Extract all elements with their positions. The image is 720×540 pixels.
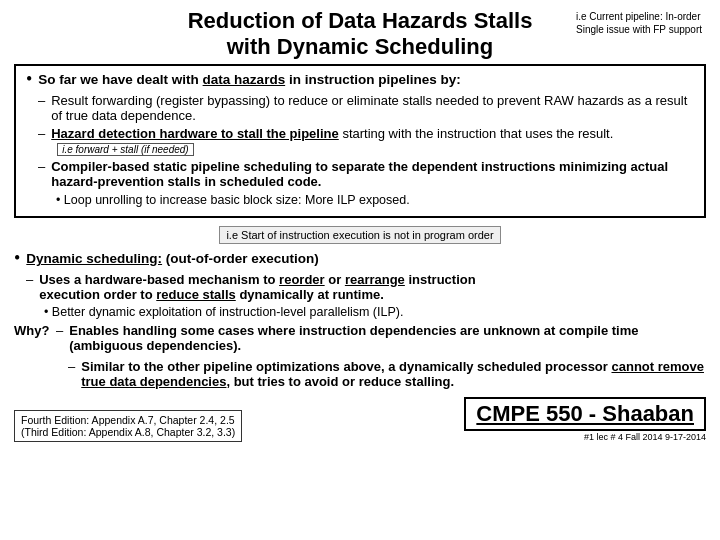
title-line1: Reduction of Data Hazards Stalls <box>188 8 533 34</box>
edition-line1: Fourth Edition: Appendix A.7, Chapter 2.… <box>21 414 235 426</box>
dash-2-normal: starting with the instruction that uses … <box>342 126 613 141</box>
bullet-1-post: in instruction pipelines by: <box>285 72 461 87</box>
dash-3-text: Compiler-based static pipeline schedulin… <box>51 159 694 189</box>
sub-bullet-dot: • <box>56 193 64 207</box>
bottom-section: Fourth Edition: Appendix A.7, Chapter 2.… <box>14 397 706 442</box>
dash-1-text: Result forwarding (register bypassing) t… <box>51 93 694 123</box>
edition-info: Fourth Edition: Appendix A.7, Chapter 2.… <box>14 410 242 442</box>
dash-6: – Similar to the other pipeline optimiza… <box>14 359 706 389</box>
dash-1-content: Result forwarding (register bypassing) t… <box>51 93 687 123</box>
dash-4: – Uses a hardware-based mechanism to reo… <box>14 272 706 302</box>
dash-3: – Compiler-based static pipeline schedul… <box>26 159 694 189</box>
sub-bullet-1: • Loop unrolling to increase basic block… <box>26 192 694 208</box>
dash-5-text: Enables handling some cases where instru… <box>69 323 706 353</box>
dash-symbol-3: – <box>38 159 45 174</box>
bullet-1: • So far we have dealt with data hazards… <box>26 72 694 90</box>
header-note: i.e Current pipeline: In-order Single is… <box>576 10 706 36</box>
sub-bullet-content: Loop unrolling to increase basic block s… <box>64 193 410 207</box>
sub-bullet-2-content: Better dynamic exploitation of instructi… <box>52 305 404 319</box>
note-callout: i.e Start of instruction execution is no… <box>219 226 500 244</box>
rearrange-text: rearrange <box>345 272 405 287</box>
bullet-dot-1: • <box>26 69 32 90</box>
dash-symbol-5: – <box>56 323 63 338</box>
header-titles: Reduction of Data Hazards Stalls with Dy… <box>188 8 533 60</box>
bullet-1-pre: So far we have dealt with <box>38 72 202 87</box>
header: Reduction of Data Hazards Stalls with Dy… <box>14 8 706 60</box>
dash-6-text: Similar to the other pipeline optimizati… <box>81 359 706 389</box>
bullet-2-text: Dynamic scheduling: (out-of-order execut… <box>26 251 319 266</box>
bullet-1-underline: data hazards <box>203 72 286 87</box>
dash-1: – Result forwarding (register bypassing)… <box>26 93 694 123</box>
reorder-text: reorder <box>279 272 325 287</box>
why-label: Why? <box>14 323 56 338</box>
dash-2: – Hazard detection hardware to stall the… <box>26 126 694 156</box>
dash-2-text: Hazard detection hardware to stall the p… <box>51 126 694 156</box>
course-badge: CMPE 550 - Shaaban <box>464 397 706 431</box>
sub-bullet-2-dot: • <box>44 305 52 319</box>
main-content-box: • So far we have dealt with data hazards… <box>14 64 706 218</box>
reduce-stalls-text: reduce stalls <box>156 287 236 302</box>
dash-symbol-6: – <box>68 359 75 374</box>
sub-bullet-2-text: • Better dynamic exploitation of instruc… <box>44 305 403 319</box>
dash-4-text: Uses a hardware-based mechanism to reord… <box>39 272 475 302</box>
dash-symbol-2: – <box>38 126 45 141</box>
edition-line2: (Third Edition: Appendix A.8, Chapter 3.… <box>21 426 235 438</box>
dash-5: – Enables handling some cases where inst… <box>56 323 706 353</box>
inline-note: i.e forward + stall (if needed) <box>57 143 193 156</box>
cannot-remove-text: cannot remove true data dependencies <box>81 359 704 389</box>
title-line2: with Dynamic Scheduling <box>188 34 533 60</box>
slide-info: #1 lec # 4 Fall 2014 9-17-2014 <box>464 432 706 442</box>
bullet-1-text: So far we have dealt with data hazards i… <box>38 72 460 87</box>
dash-symbol-1: – <box>38 93 45 108</box>
sub-bullet-2: • Better dynamic exploitation of instruc… <box>14 304 706 320</box>
course-section: CMPE 550 - Shaaban #1 lec # 4 Fall 2014 … <box>464 397 706 442</box>
dash-2-bold: Hazard detection hardware to stall the p… <box>51 126 339 141</box>
bullet-2-normal: (out-of-order execution) <box>166 251 319 266</box>
sub-bullet-1-text: • Loop unrolling to increase basic block… <box>56 193 410 207</box>
bullet-2-underline: Dynamic scheduling: <box>26 251 162 266</box>
bullet-dot-2: • <box>14 248 20 269</box>
dash-symbol-4: – <box>26 272 33 287</box>
bullet-2: • Dynamic scheduling: (out-of-order exec… <box>14 251 706 269</box>
